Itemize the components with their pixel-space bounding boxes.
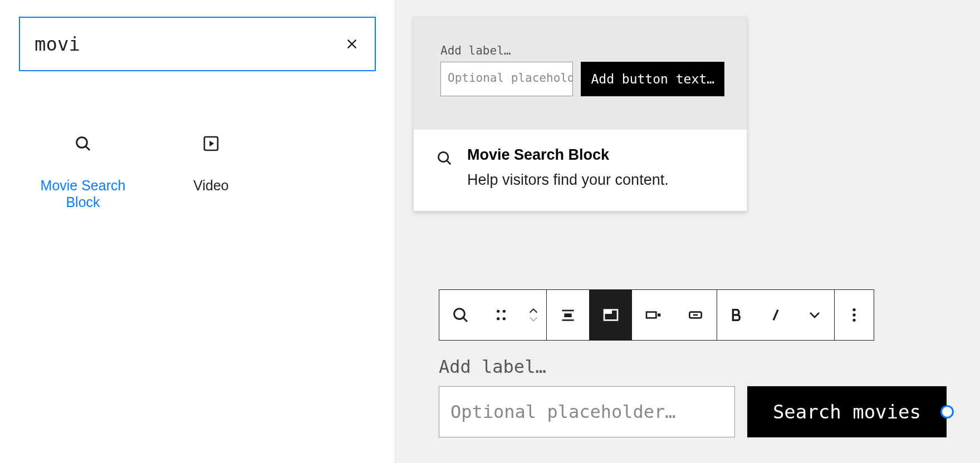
svg-rect-20 [693, 314, 698, 316]
align-icon [559, 306, 577, 324]
block-item-movie-search[interactable]: Movie Search Block [24, 127, 141, 210]
italic-icon [767, 306, 785, 324]
resize-handle[interactable] [940, 405, 954, 418]
preview-info-title: Movie Search Block [467, 146, 669, 164]
svg-rect-17 [646, 312, 656, 318]
bold-icon [728, 306, 746, 324]
block-search-input[interactable] [33, 32, 342, 56]
svg-marker-3 [209, 141, 214, 147]
chevron-down-icon [527, 316, 540, 322]
search-block: Add label… Optional placeholder… Search … [439, 356, 947, 437]
svg-point-24 [852, 319, 855, 322]
block-preview-card: Add label… Optional placeholder Add butt… [413, 17, 747, 211]
block-item-label: Movie Search Block [24, 177, 141, 210]
preview-label-placeholder: Add label… [440, 44, 724, 57]
inserter-panel: Movie Search Block Video [0, 0, 395, 463]
toolbar-options-button[interactable] [835, 290, 874, 340]
video-icon [194, 127, 228, 160]
search-icon [452, 306, 469, 324]
chevron-down-icon [806, 306, 824, 324]
search-block-button-text: Search movies [773, 401, 921, 423]
toolbar-align-button[interactable] [547, 290, 589, 340]
toolbar-mover[interactable] [521, 290, 546, 340]
toolbar-block-type-button[interactable] [439, 290, 482, 340]
svg-point-10 [497, 317, 499, 320]
preview-search-input: Optional placeholder [440, 62, 573, 96]
toolbar-drag-handle[interactable] [482, 290, 521, 340]
svg-point-6 [454, 309, 465, 319]
svg-line-7 [463, 318, 467, 322]
svg-rect-16 [604, 310, 611, 314]
preview-search-button: Add button text… [581, 62, 724, 96]
editor-canvas: Add label… Optional placeholder Add butt… [395, 0, 980, 463]
close-icon [344, 36, 360, 52]
svg-point-22 [852, 308, 855, 311]
search-icon [66, 127, 100, 160]
svg-point-0 [77, 137, 87, 148]
search-block-label-input[interactable]: Add label… [439, 356, 947, 377]
svg-point-23 [852, 313, 855, 316]
more-vertical-icon [845, 306, 863, 324]
button-position-icon [644, 306, 662, 324]
svg-line-5 [447, 161, 450, 164]
svg-line-21 [773, 310, 778, 321]
block-item-video[interactable]: Video [153, 127, 270, 210]
svg-line-1 [86, 146, 90, 150]
block-item-label: Video [193, 177, 229, 194]
toolbar-italic-button[interactable] [756, 290, 795, 340]
clear-search-button[interactable] [342, 35, 361, 53]
block-toolbar [439, 289, 874, 341]
toolbar-bold-button[interactable] [717, 290, 756, 340]
button-with-icon-icon [687, 306, 704, 324]
toolbar-label-toggle-button[interactable] [590, 290, 632, 340]
toggle-label-icon [602, 306, 620, 324]
toolbar-button-icon-button[interactable] [674, 290, 717, 340]
drag-icon [492, 306, 510, 324]
chevron-up-icon [527, 308, 540, 314]
svg-point-9 [503, 310, 506, 313]
toolbar-more-format-button[interactable] [795, 290, 834, 340]
search-block-button[interactable]: Search movies [747, 386, 947, 437]
svg-point-4 [438, 152, 448, 162]
search-block-input[interactable]: Optional placeholder… [439, 386, 735, 437]
svg-rect-18 [658, 313, 660, 316]
svg-point-11 [503, 317, 506, 320]
preview-info-desc: Help visitors find your content. [467, 171, 669, 189]
svg-point-8 [497, 310, 499, 313]
search-icon [436, 150, 453, 166]
toolbar-button-position-button[interactable] [632, 290, 674, 340]
preview-info: Movie Search Block Help visitors find yo… [414, 130, 747, 211]
svg-rect-13 [564, 313, 571, 317]
block-search-input-wrap [19, 17, 376, 71]
block-results-grid: Movie Search Block Video [19, 127, 376, 210]
